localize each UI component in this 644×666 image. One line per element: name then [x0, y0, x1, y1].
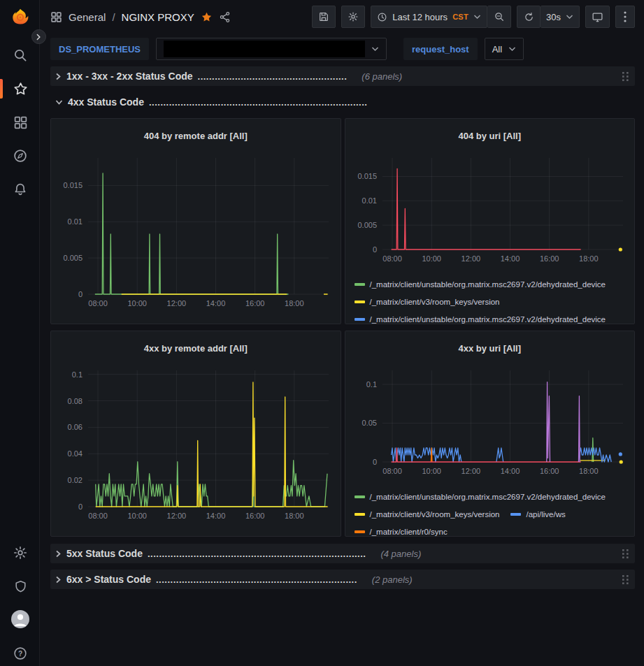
legend-item[interactable]: /api/live/ws: [510, 506, 565, 523]
star-icon: [13, 81, 29, 97]
redacted-value: [164, 41, 365, 57]
svg-text:08:00: 08:00: [89, 512, 108, 520]
panel-title[interactable]: 404 by uri [All]: [345, 126, 635, 146]
navbar: General / NGINX PROXY: [40, 0, 644, 34]
zoom-out-time-button[interactable]: [487, 6, 511, 28]
variable-value: All: [492, 44, 502, 55]
save-dashboard-button[interactable]: [312, 6, 336, 28]
sidebar-item-profile[interactable]: [11, 610, 29, 628]
row-panel-count: (4 panels): [380, 549, 421, 559]
grafana-logo[interactable]: [11, 8, 29, 26]
row-5xx[interactable]: 5xx Status Code ........................…: [50, 544, 635, 563]
legend-swatch: [355, 301, 365, 303]
row-1xx-3xx-2xx[interactable]: 1xx - 3xx - 2xx Status Code ............…: [50, 66, 635, 86]
navbar-actions: Last 12 hours CST 30s: [312, 6, 635, 28]
variable-value-dropdown[interactable]: [156, 38, 387, 60]
row-drag-handle[interactable]: [622, 71, 629, 82]
favorite-star-button[interactable]: [201, 11, 213, 23]
chevron-down-icon: [473, 14, 481, 20]
time-series-chart[interactable]: 08:0010:0012:0014:0016:0018:0000.050.1: [350, 368, 629, 480]
panel-4xx-by-remote-addr: 4xx by remote addr [All] 08:0010:0012:00…: [50, 331, 341, 537]
time-series-chart[interactable]: 08:0010:0012:0014:0016:0018:0000.0050.01…: [56, 155, 335, 312]
time-series-chart[interactable]: 08:0010:0012:0014:0016:0018:0000.0050.01…: [350, 155, 629, 268]
row-title: 5xx Status Code: [66, 548, 143, 559]
sidebar-item-help[interactable]: ?: [11, 644, 29, 663]
svg-text:10:00: 10:00: [422, 254, 441, 263]
row-drag-handle[interactable]: [622, 549, 629, 559]
dashboard-title[interactable]: NGINX PROXY: [122, 11, 194, 23]
legend-item[interactable]: /_matrix/client/r0/sync: [355, 523, 448, 536]
time-range-button[interactable]: Last 12 hours CST: [371, 6, 487, 28]
svg-text:12:00: 12:00: [461, 467, 480, 475]
sidebar-item-alerting[interactable]: [11, 180, 29, 198]
legend-item[interactable]: /_matrix/client/unstable/org.matrix.msc2…: [355, 488, 606, 506]
svg-text:0.015: 0.015: [357, 172, 377, 180]
row-6xx[interactable]: 6xx > Status Code ......................…: [50, 570, 635, 589]
row-4xx[interactable]: 4xx Status Code ........................…: [50, 92, 635, 112]
legend-item[interactable]: 10.0.3.2: [60, 533, 105, 536]
tv-cycle-button[interactable]: [585, 6, 610, 28]
time-picker-group: Last 12 hours CST: [371, 6, 511, 28]
sidebar-expand-button[interactable]: [31, 29, 46, 44]
legend: 10.0.3.2172.18.0.6: [51, 525, 341, 536]
legend: /_matrix/client/unstable/org.matrix.msc2…: [345, 268, 635, 324]
refresh-interval-button[interactable]: 30s: [541, 6, 580, 28]
chevron-down-icon: [371, 46, 379, 52]
svg-text:14:00: 14:00: [206, 299, 226, 307]
svg-text:0: 0: [373, 458, 377, 466]
shield-icon: [13, 579, 28, 594]
legend-item[interactable]: 172.18.0.6: [116, 321, 169, 324]
svg-text:18:00: 18:00: [579, 254, 599, 263]
row-title: 6xx > Status Code: [66, 574, 151, 585]
user-avatar: [11, 610, 29, 628]
timezone-label: CST: [452, 13, 468, 21]
legend-item[interactable]: 172.18.0.6: [116, 533, 169, 536]
svg-text:0.1: 0.1: [366, 380, 376, 389]
legend-item[interactable]: 10.0.3.2: [60, 321, 105, 324]
time-series-chart[interactable]: 08:0010:0012:0014:0016:0018:0000.020.040…: [56, 368, 335, 525]
variable-value-dropdown[interactable]: All: [485, 38, 524, 60]
legend: 10.0.3.2172.18.0.6: [51, 312, 341, 324]
sidebar-item-settings[interactable]: [11, 544, 29, 562]
sidebar-item-starred[interactable]: [11, 80, 29, 98]
legend-item[interactable]: /_matrix/client/v3/room_keys/version: [355, 506, 500, 523]
save-icon: [318, 11, 329, 22]
panel-404-by-uri: 404 by uri [All] 08:0010:0012:0014:0016:…: [345, 118, 636, 324]
share-icon: [219, 11, 231, 23]
variable-ds-prometheus: DS_PROMETHEUS: [50, 38, 387, 60]
legend-label: 10.0.3.2: [76, 533, 105, 536]
legend-item[interactable]: /_matrix/client/unstable/org.matrix.msc2…: [355, 276, 606, 294]
panel-4xx-by-uri: 4xx by uri [All] 08:0010:0012:0014:0016:…: [345, 331, 636, 537]
chevron-down-icon: [566, 14, 573, 20]
breadcrumb-folder[interactable]: General: [69, 11, 106, 23]
kebab-menu-button[interactable]: [615, 6, 635, 28]
svg-text:0.01: 0.01: [68, 217, 83, 226]
svg-text:16:00: 16:00: [245, 512, 265, 520]
row-title-dots: ........................................…: [198, 71, 348, 82]
row-title: 4xx Status Code: [68, 96, 144, 108]
panel-title[interactable]: 4xx by remote addr [All]: [51, 339, 341, 359]
panel-404-by-remote-addr: 404 by remote addr [All] 08:0010:0012:00…: [50, 118, 341, 324]
svg-text:10:00: 10:00: [128, 299, 148, 307]
dashboard-settings-button[interactable]: [341, 6, 365, 28]
sidebar-item-search[interactable]: [11, 46, 29, 64]
sidebar-item-dashboards[interactable]: [11, 113, 29, 131]
time-range-label: Last 12 hours: [392, 12, 448, 22]
refresh-button[interactable]: [517, 6, 541, 28]
share-button[interactable]: [219, 11, 231, 23]
svg-text:0.08: 0.08: [68, 396, 83, 405]
sidebar-item-server-admin[interactable]: [11, 577, 29, 595]
svg-text:08:00: 08:00: [89, 299, 108, 307]
row-drag-handle[interactable]: [622, 574, 629, 585]
svg-text:16:00: 16:00: [245, 299, 265, 307]
clock-icon: [377, 12, 387, 22]
row-panel-count: (6 panels): [362, 71, 402, 82]
sidebar-item-explore[interactable]: [11, 147, 29, 165]
legend-item[interactable]: /_matrix/client/v3/room_keys/version: [355, 294, 500, 311]
legend-label: /_matrix/client/v3/room_keys/version: [370, 506, 500, 523]
breadcrumb: General / NGINX PROXY: [50, 11, 312, 23]
panel-title[interactable]: 4xx by uri [All]: [345, 339, 635, 359]
svg-text:18:00: 18:00: [285, 299, 304, 307]
panel-title[interactable]: 404 by remote addr [All]: [51, 126, 341, 146]
legend-item[interactable]: /_matrix/client/unstable/org.matrix.msc2…: [355, 311, 606, 324]
